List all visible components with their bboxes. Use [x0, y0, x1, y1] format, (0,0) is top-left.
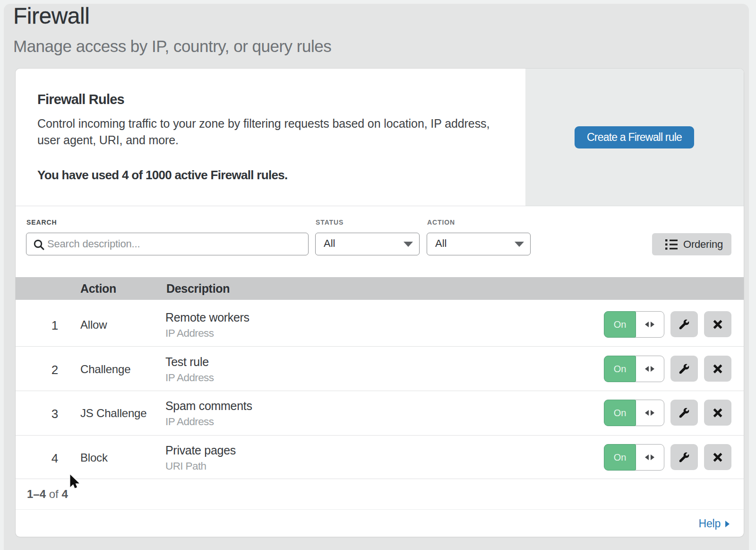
rule-field: IP Address: [165, 327, 214, 340]
rule-description: Spam comments: [165, 399, 252, 413]
action-label: ACTION: [427, 218, 455, 226]
search-icon: [34, 239, 46, 252]
rule-field: IP Address: [165, 416, 214, 428]
description-line-2: user agent, URI, and more.: [37, 133, 179, 147]
card-footer: Help: [16, 510, 744, 537]
toggle-on-label: On: [604, 400, 636, 426]
usage-summary: You have used 4 of 1000 active Firewall …: [37, 168, 287, 183]
pagination-text: 1–4 of 4: [27, 488, 68, 501]
wrench-icon: [679, 319, 689, 329]
rule-enabled-toggle[interactable]: On: [604, 311, 664, 338]
rule-field: IP Address: [165, 372, 214, 384]
ordering-label: Ordering: [683, 238, 723, 251]
rule-description: Private pages: [165, 444, 236, 457]
x-icon: [713, 319, 723, 329]
rule-controls: On: [604, 356, 731, 382]
x-icon: [713, 364, 723, 374]
grip-right-arrow-icon: [651, 322, 654, 327]
edit-rule-button[interactable]: [670, 311, 698, 337]
rule-row: 1AllowRemote workersIP AddressOn: [16, 300, 744, 347]
hero-section: Create a Firewall rule Firewall Rules Co…: [16, 69, 744, 206]
column-header-description: Description: [166, 282, 230, 296]
action-caret-icon: [515, 242, 524, 247]
toggle-grip[interactable]: [635, 444, 664, 471]
rule-controls: On: [604, 444, 731, 471]
toggle-grip[interactable]: [635, 400, 664, 426]
search-label: SEARCH: [26, 218, 57, 226]
status-caret-icon: [404, 242, 413, 247]
delete-rule-button[interactable]: [704, 444, 731, 470]
rule-row: 4BlockPrivate pagesURI PathOn: [16, 436, 744, 479]
toggle-on-label: On: [604, 356, 636, 382]
hero-side-panel: Create a Firewall rule: [525, 69, 744, 206]
rule-field: URI Path: [165, 460, 206, 472]
wrench-icon: [679, 452, 689, 462]
toggle-grip[interactable]: [635, 311, 664, 338]
delete-rule-button[interactable]: [704, 356, 731, 382]
wrench-icon: [679, 364, 689, 374]
rule-priority: 2: [52, 363, 58, 377]
rule-controls: On: [604, 400, 731, 426]
status-select-value: All: [324, 237, 335, 250]
edit-rule-button[interactable]: [670, 356, 698, 382]
edit-rule-button[interactable]: [670, 444, 698, 470]
ordering-list-icon: [665, 239, 678, 250]
description-line-1: Control incoming traffic to your zone by…: [37, 117, 490, 130]
rule-enabled-toggle[interactable]: On: [604, 444, 664, 471]
table-header: Action Description: [16, 277, 744, 300]
action-select-value: All: [435, 237, 447, 250]
rule-enabled-toggle[interactable]: On: [604, 356, 664, 382]
rule-action: Challenge: [80, 363, 130, 376]
rule-priority: 1: [52, 318, 58, 333]
rule-action: JS Challenge: [80, 407, 146, 420]
action-select[interactable]: All: [427, 233, 531, 255]
pagination-bar: 1–4 of 4: [16, 479, 744, 510]
grip-left-arrow-icon: [645, 366, 649, 372]
rule-description: Remote workers: [165, 311, 249, 324]
toggle-grip[interactable]: [635, 356, 664, 382]
rule-description: Test rule: [165, 355, 209, 369]
ordering-button[interactable]: Ordering: [652, 233, 731, 255]
rule-action: Block: [80, 451, 108, 464]
grip-right-arrow-icon: [651, 454, 654, 460]
status-select[interactable]: All: [315, 233, 420, 255]
section-description: Control incoming traffic to your zone by…: [37, 115, 490, 148]
rule-row: 2ChallengeTest ruleIP AddressOn: [16, 347, 744, 391]
pagination-of: of: [46, 488, 61, 500]
rule-action: Allow: [80, 318, 107, 332]
section-heading: Firewall Rules: [37, 92, 124, 107]
status-label: STATUS: [316, 218, 344, 226]
column-header-action: Action: [80, 282, 116, 296]
rule-row: 3JS ChallengeSpam commentsIP AddressOn: [16, 391, 744, 436]
rule-controls: On: [604, 311, 731, 338]
search-field[interactable]: [26, 233, 309, 255]
rules-table-body: 1AllowRemote workersIP AddressOn2Challen…: [16, 300, 744, 479]
grip-left-arrow-icon: [645, 322, 649, 327]
page-subtitle: Manage access by IP, country, or query r…: [13, 37, 331, 56]
delete-rule-button[interactable]: [704, 400, 731, 426]
grip-left-arrow-icon: [645, 454, 649, 460]
wrench-icon: [679, 408, 689, 418]
mouse-cursor: [69, 474, 80, 489]
help-link[interactable]: Help: [698, 517, 730, 530]
search-input[interactable]: [47, 233, 302, 254]
create-firewall-rule-button[interactable]: Create a Firewall rule: [575, 126, 694, 148]
page-title: Firewall: [13, 3, 89, 29]
x-icon: [713, 452, 723, 462]
grip-right-arrow-icon: [651, 366, 654, 372]
firewall-rules-card: Create a Firewall rule Firewall Rules Co…: [16, 69, 744, 537]
pagination-total: 4: [61, 488, 68, 500]
edit-rule-button[interactable]: [670, 400, 698, 426]
grip-left-arrow-icon: [645, 410, 649, 416]
filters-bar: SEARCH STATUS All ACTION All Ordering: [16, 206, 744, 277]
help-arrow-icon: [725, 521, 730, 527]
pagination-range: 1–4: [27, 488, 46, 500]
grip-right-arrow-icon: [651, 410, 654, 416]
help-label: Help: [698, 517, 721, 530]
rule-priority: 3: [52, 407, 58, 421]
delete-rule-button[interactable]: [704, 311, 731, 337]
x-icon: [713, 408, 723, 418]
rule-enabled-toggle[interactable]: On: [604, 400, 664, 426]
rule-priority: 4: [52, 451, 58, 466]
toggle-on-label: On: [604, 444, 636, 471]
